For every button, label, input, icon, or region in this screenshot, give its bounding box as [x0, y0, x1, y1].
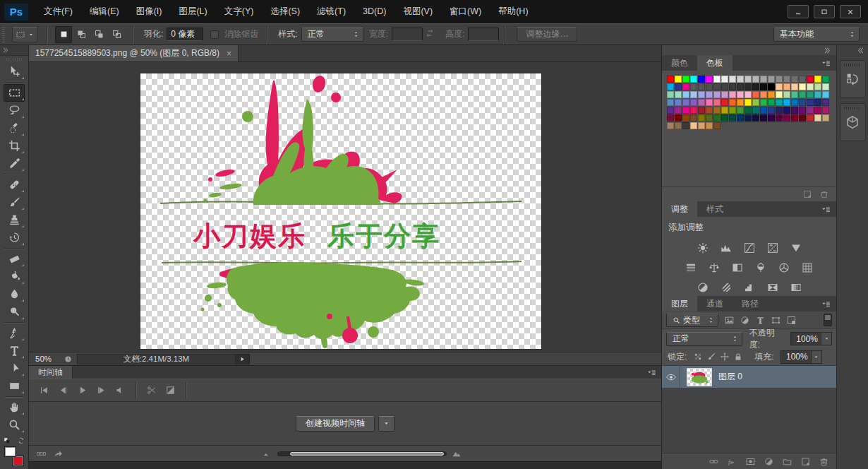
- vibrance-icon[interactable]: [788, 239, 804, 256]
- color-swatch[interactable]: [721, 107, 728, 114]
- color-swatch[interactable]: [752, 107, 759, 114]
- color-swatch[interactable]: [698, 76, 705, 83]
- color-swatch[interactable]: [822, 114, 829, 121]
- color-swatch[interactable]: [799, 76, 806, 83]
- dodge-tool[interactable]: [4, 303, 25, 321]
- color-swatch[interactable]: [675, 114, 682, 121]
- document-image[interactable]: 小刀娱乐 乐于分享: [140, 73, 541, 349]
- tab-adjustments[interactable]: 调整: [662, 201, 697, 217]
- subtract-selection-icon[interactable]: [90, 26, 107, 43]
- color-swatch[interactable]: [690, 83, 697, 90]
- refine-edge-button[interactable]: 调整边缘…: [517, 27, 577, 42]
- hue-saturation-icon[interactable]: [682, 259, 699, 276]
- shape-filter-icon[interactable]: [768, 314, 783, 327]
- color-swatch[interactable]: [698, 114, 705, 121]
- status-info-icon[interactable]: [61, 354, 74, 364]
- color-swatch[interactable]: [729, 114, 736, 121]
- color-swatch[interactable]: [737, 99, 744, 106]
- first-frame-icon[interactable]: [35, 382, 54, 399]
- history-panel-icon[interactable]: [840, 60, 866, 98]
- color-swatch[interactable]: [675, 76, 682, 83]
- tab-color[interactable]: 颜色: [662, 55, 697, 71]
- color-swatch[interactable]: [698, 107, 705, 114]
- color-swatch[interactable]: [783, 83, 790, 90]
- opacity-caret[interactable]: [821, 332, 832, 345]
- color-balance-icon[interactable]: [706, 259, 723, 276]
- color-swatch[interactable]: [745, 114, 752, 121]
- color-swatch[interactable]: [768, 91, 775, 98]
- color-swatch[interactable]: [783, 99, 790, 106]
- color-swatch[interactable]: [760, 107, 767, 114]
- color-swatch[interactable]: [690, 122, 697, 129]
- brightness-contrast-icon[interactable]: [694, 239, 711, 256]
- color-swatch[interactable]: [682, 83, 689, 90]
- panel-menu-icon[interactable]: [815, 201, 836, 217]
- color-swatch[interactable]: [799, 99, 806, 106]
- close-button[interactable]: [840, 5, 861, 18]
- color-swatch[interactable]: [822, 91, 829, 98]
- height-input[interactable]: [468, 28, 499, 41]
- color-swatch[interactable]: [682, 107, 689, 114]
- selective-color-icon[interactable]: [788, 279, 804, 296]
- tab-swatches[interactable]: 色板: [697, 55, 733, 71]
- color-swatch[interactable]: [690, 107, 697, 114]
- color-swatch[interactable]: [776, 83, 783, 90]
- color-swatch[interactable]: [791, 99, 798, 106]
- color-swatch[interactable]: [690, 114, 697, 121]
- color-swatch[interactable]: [822, 107, 829, 114]
- color-swatch[interactable]: [729, 76, 736, 83]
- color-swatch[interactable]: [729, 99, 736, 106]
- filter-toggle[interactable]: [824, 314, 832, 326]
- layer-thumbnail[interactable]: [687, 368, 712, 386]
- layer-name[interactable]: 图层 0: [718, 371, 742, 383]
- black-white-icon[interactable]: [729, 259, 746, 276]
- color-swatch[interactable]: [682, 91, 689, 98]
- color-swatch[interactable]: [713, 99, 721, 106]
- zoom-out-thumbnails-icon[interactable]: [262, 449, 272, 459]
- color-swatch[interactable]: [776, 91, 783, 98]
- menu-item[interactable]: 文字(Y): [216, 0, 263, 23]
- color-swatch[interactable]: [729, 83, 736, 90]
- color-swatch[interactable]: [713, 114, 721, 121]
- lock-position-icon[interactable]: [718, 350, 731, 364]
- color-swatch[interactable]: [729, 91, 736, 98]
- color-swatch[interactable]: [698, 99, 705, 106]
- color-swatch[interactable]: [745, 76, 752, 83]
- color-swatch[interactable]: [721, 114, 728, 121]
- hand-tool[interactable]: [4, 398, 25, 416]
- color-swatch[interactable]: [760, 76, 767, 83]
- color-swatch[interactable]: [783, 91, 790, 98]
- color-swatch[interactable]: [791, 107, 798, 114]
- feather-input[interactable]: 0 像素: [167, 28, 203, 41]
- color-swatch[interactable]: [822, 76, 829, 83]
- lock-transparent-icon[interactable]: [691, 350, 704, 364]
- color-swatch[interactable]: [768, 83, 775, 90]
- color-swatch[interactable]: [783, 114, 790, 121]
- color-lookup-icon[interactable]: [799, 259, 816, 276]
- lock-pixels-icon[interactable]: [704, 350, 718, 364]
- color-swatch[interactable]: [814, 76, 821, 83]
- color-swatch[interactable]: [807, 114, 814, 121]
- swap-colors-icon[interactable]: [17, 437, 25, 445]
- color-swatch[interactable]: [698, 122, 705, 129]
- create-video-timeline-button[interactable]: 创建视频时间轴: [296, 416, 375, 432]
- zoom-in-thumbnails-icon[interactable]: [452, 449, 462, 459]
- adjustment-filter-icon[interactable]: [737, 314, 752, 327]
- color-swatch[interactable]: [752, 91, 759, 98]
- next-frame-icon[interactable]: [92, 382, 111, 399]
- color-swatch[interactable]: [713, 83, 721, 90]
- color-swatch[interactable]: [675, 83, 682, 90]
- photo-filter-icon[interactable]: [752, 259, 769, 276]
- link-layers-icon[interactable]: [706, 456, 721, 467]
- color-swatch[interactable]: [776, 76, 783, 83]
- color-swatch[interactable]: [737, 114, 744, 121]
- color-swatch[interactable]: [776, 99, 783, 106]
- color-swatch[interactable]: [737, 76, 744, 83]
- color-swatch[interactable]: [822, 83, 829, 90]
- color-swatch[interactable]: [737, 83, 744, 90]
- channel-mixer-icon[interactable]: [776, 259, 792, 276]
- collapse-panels-icon[interactable]: [824, 47, 831, 54]
- color-swatch[interactable]: [807, 83, 814, 90]
- color-swatch[interactable]: [799, 91, 806, 98]
- quick-selection-tool[interactable]: [4, 119, 25, 137]
